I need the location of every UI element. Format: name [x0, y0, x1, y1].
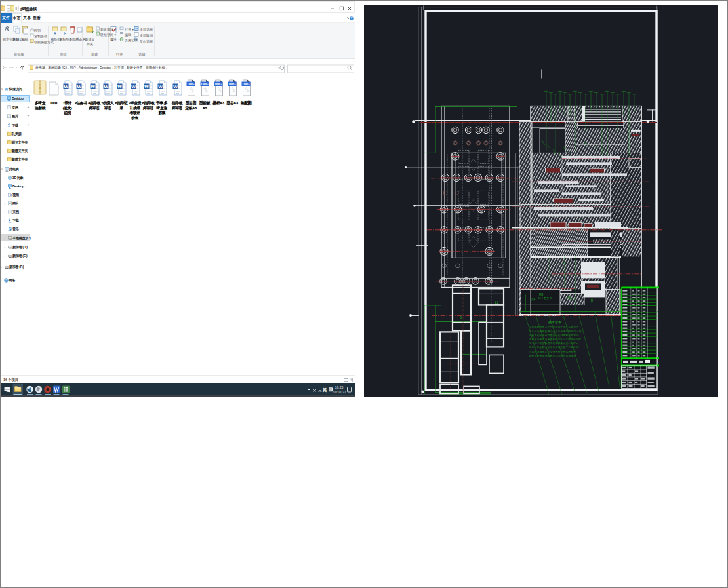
svg-text:注A: 注A — [531, 298, 536, 301]
svg-text:6.导柱导套配合灵活无卡滞模板平行度0.02: 6.导柱导套配合灵活无卡滞模板平行度0.02 — [529, 345, 579, 349]
svg-text:W: W — [104, 84, 109, 90]
svg-text:W: W — [63, 84, 68, 90]
svg-text:2021/1/27: 2021/1/27 — [333, 391, 346, 394]
svg-text:W: W — [157, 84, 163, 90]
svg-text:1.装配前所有零件均应清洗干净不得有油污: 1.装配前所有零件均应清洗干净不得有油污 — [529, 325, 579, 328]
svg-text:1:2: 1:2 — [495, 301, 499, 304]
svg-text:5.冷却水路应畅通无泄漏现象试压0.5MPa: 5.冷却水路应畅通无泄漏现象试压0.5MPa — [529, 342, 578, 345]
svg-text:B: B — [591, 299, 593, 302]
svg-text:8.模具外表面涂防锈油活动部件加润滑脂: 8.模具外表面涂防锈油活动部件加润滑脂 — [529, 353, 576, 357]
svg-text:A向: A向 — [567, 296, 573, 300]
svg-text:W: W — [90, 84, 95, 90]
svg-text:DWG: DWG — [243, 83, 250, 86]
svg-text:英: 英 — [322, 387, 327, 393]
svg-text:M:1 数量:8: M:1 数量:8 — [538, 296, 552, 300]
svg-text:7.试模合格后方可交付使用并附试模样件: 7.试模合格后方可交付使用并附试模样件 — [529, 349, 576, 353]
svg-text:2.各运动部件应滑动灵活无卡滞间隙均匀一致: 2.各运动部件应滑动灵活无卡滞间隙均匀一致 — [529, 329, 582, 332]
svg-text:16:25: 16:25 — [335, 385, 344, 389]
svg-text:3.模具装配后分型面接触良好局部间隙要小: 3.模具装配后分型面接触良好局部间隙要小 — [529, 333, 579, 336]
svg-text:W: W — [144, 84, 150, 90]
svg-text:多啤盒注射模: 多啤盒注射模 — [20, 7, 37, 12]
svg-text:4.浇注系统流道表面粗糙度Ra0.8并抛光处理: 4.浇注系统流道表面粗糙度Ra0.8并抛光处理 — [529, 338, 581, 341]
svg-text:W: W — [131, 84, 136, 90]
svg-text:W: W — [173, 84, 178, 90]
svg-text:DWG: DWG — [188, 83, 195, 86]
svg-text:DWG: DWG — [215, 83, 222, 86]
svg-text:DWG: DWG — [229, 83, 236, 86]
svg-text:W: W — [77, 84, 82, 90]
svg-text:W: W — [117, 84, 123, 90]
svg-text:技术要求: 技术要求 — [548, 320, 561, 324]
svg-text:DWG: DWG — [201, 83, 209, 86]
svg-text:?: ? — [350, 16, 352, 20]
